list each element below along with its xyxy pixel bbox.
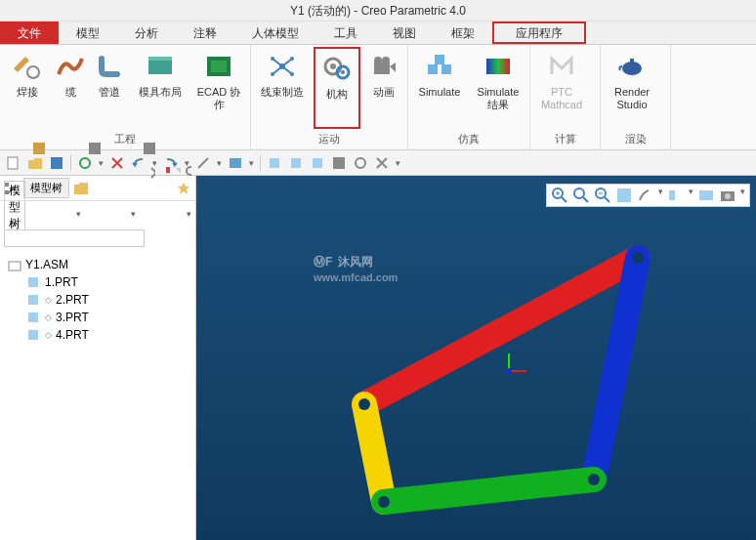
svg-rect-22	[441, 64, 451, 74]
pipe-icon	[94, 51, 125, 82]
svg-rect-46	[9, 262, 21, 270]
svg-rect-23	[435, 55, 444, 64]
svg-rect-47	[28, 277, 38, 287]
asm-icon	[8, 258, 21, 271]
svg-rect-21	[428, 64, 438, 74]
ecad-icon	[203, 51, 234, 82]
btn-simulate[interactable]: Simulate	[412, 47, 467, 129]
btn-mathcad[interactable]: PTC Mathcad	[534, 47, 589, 129]
weld-icon	[12, 51, 43, 82]
svg-rect-49	[28, 312, 38, 322]
btn-ecad[interactable]: ECAD 协作	[191, 47, 246, 129]
svg-point-0	[27, 66, 39, 78]
tab-apps[interactable]: 应用程序	[492, 21, 586, 44]
part-icon	[27, 293, 41, 307]
cube-icon	[424, 51, 455, 82]
btn-cable[interactable]: 缆	[55, 47, 86, 129]
repaint-icon[interactable]	[615, 187, 633, 204]
svg-rect-72	[669, 190, 675, 200]
sidebar: 模型树 模型树 ▾ ▾ ▾ ▾ Y1.ASM 1.PRT ◇2.PRT	[0, 176, 196, 540]
svg-rect-2	[148, 57, 172, 61]
box1-icon[interactable]	[267, 155, 282, 171]
tab-view[interactable]: 视图	[375, 21, 434, 44]
camera-icon	[368, 51, 399, 82]
tab-tools[interactable]: 工具	[316, 21, 375, 44]
svg-rect-1	[148, 61, 172, 74]
svg-rect-26	[630, 59, 634, 62]
svg-point-25	[622, 62, 642, 75]
tree-part-4[interactable]: ◇4.PRT	[8, 326, 188, 344]
svg-rect-24	[486, 59, 510, 74]
filter-icon[interactable]	[353, 155, 368, 171]
svg-line-54	[384, 479, 594, 502]
tab-file[interactable]: 文件	[0, 21, 59, 44]
tab-manikin[interactable]: 人体模型	[234, 21, 316, 44]
zoomout-icon[interactable]	[594, 187, 611, 204]
svg-rect-33	[291, 158, 301, 168]
btn-harness[interactable]: 线束制造	[255, 47, 310, 129]
search-input[interactable]	[4, 229, 145, 247]
ribbon: 焊接 缆 管道 模具布局 ECAD 协作 工程 线束制造 机构 动画 运动 Si…	[0, 45, 756, 150]
svg-line-51	[364, 258, 638, 404]
tree-part-2[interactable]: ◇2.PRT	[8, 291, 188, 309]
box2-icon[interactable]	[288, 155, 304, 171]
svg-point-75	[725, 193, 731, 199]
view-toolbar: ▾ ▾ ▾	[546, 184, 750, 207]
btn-weld[interactable]: 焊接	[4, 47, 51, 129]
zoomin-icon[interactable]	[551, 187, 568, 204]
close2-icon[interactable]	[374, 155, 390, 171]
window-title: Y1 (活动的) - Creo Parametric 4.0	[0, 0, 756, 21]
teapot-icon	[616, 51, 648, 82]
tab-annotate[interactable]: 注释	[176, 21, 234, 44]
btn-mold[interactable]: 模具布局	[133, 47, 188, 129]
box3-icon[interactable]	[310, 155, 325, 171]
gear-icon	[321, 53, 353, 84]
svg-rect-32	[270, 158, 279, 168]
disk-icon[interactable]	[331, 155, 347, 171]
svg-point-12	[271, 72, 274, 76]
mathcad-icon	[546, 51, 577, 82]
tab-analysis[interactable]: 分析	[117, 21, 176, 44]
part-icon	[27, 275, 41, 289]
views-icon[interactable]	[667, 187, 685, 204]
svg-rect-31	[230, 158, 241, 168]
tab-frame[interactable]: 框架	[434, 21, 492, 44]
svg-rect-48	[28, 295, 38, 305]
persp-icon[interactable]	[697, 187, 715, 204]
snapshot-icon[interactable]	[719, 187, 736, 204]
svg-point-20	[382, 57, 390, 64]
btn-render[interactable]: Render Studio	[605, 47, 659, 129]
cable-icon	[55, 51, 86, 82]
svg-point-11	[290, 57, 294, 61]
tree-asm[interactable]: Y1.ASM	[8, 256, 188, 273]
image-icon[interactable]	[228, 155, 243, 171]
tree-part-3[interactable]: ◇3.PRT	[8, 309, 188, 326]
wand-icon[interactable]	[195, 155, 211, 171]
svg-line-67	[583, 197, 588, 202]
svg-rect-42	[89, 143, 101, 154]
svg-line-63	[562, 197, 567, 202]
viewport[interactable]: ⓂF 沐风网 www.mfcad.com ▾ ▾	[196, 176, 756, 540]
new-icon[interactable]	[6, 155, 21, 171]
tree-part-1[interactable]: 1.PRT	[8, 273, 188, 291]
tab-model[interactable]: 模型	[59, 21, 117, 44]
group-compute: 计算	[534, 129, 596, 149]
btn-pipe[interactable]: 管道	[90, 47, 129, 129]
svg-point-66	[574, 188, 584, 198]
svg-point-17	[341, 70, 345, 74]
btn-mechanism[interactable]: 机构	[314, 47, 360, 129]
zoomfit-icon[interactable]	[572, 187, 590, 204]
svg-rect-71	[617, 188, 631, 202]
part-icon	[27, 311, 41, 324]
btn-simresults[interactable]: Simulate 结果	[471, 47, 525, 129]
style-icon[interactable]	[637, 187, 654, 204]
linkage-model	[196, 176, 756, 540]
svg-point-61	[506, 368, 512, 374]
btn-animation[interactable]: 动画	[364, 47, 403, 129]
svg-point-10	[271, 57, 274, 61]
mold-icon	[145, 51, 176, 82]
group-render: 渲染	[605, 129, 666, 149]
svg-point-15	[330, 63, 336, 69]
harness-icon	[267, 51, 298, 82]
svg-rect-4	[211, 61, 227, 72]
